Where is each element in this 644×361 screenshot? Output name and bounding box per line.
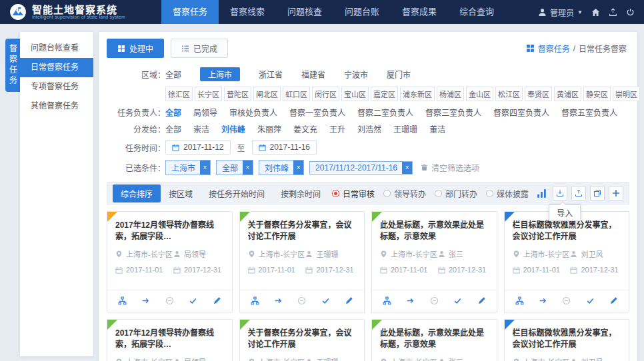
- type-radio[interactable]: 领导转办: [383, 188, 426, 199]
- assign-org-icon[interactable]: [251, 296, 259, 305]
- task-card[interactable]: 2017年12月领导转办督察线索，拓展字段… 上海市-长宁区 局领导 20: [107, 319, 233, 361]
- home-icon[interactable]: [591, 8, 600, 17]
- task-card[interactable]: 此处是标题，示意效果此处是标题，示意效果 上海市-长宁区 张三 2017-: [371, 211, 497, 312]
- remove-minus-icon[interactable]: [562, 296, 571, 305]
- logout-icon[interactable]: [626, 8, 635, 17]
- forward-arrow-icon[interactable]: [141, 296, 150, 305]
- edit-pencil-icon[interactable]: [477, 296, 486, 305]
- distribute-option[interactable]: 姜文充: [293, 123, 317, 135]
- edit-pencil-icon[interactable]: [345, 296, 353, 305]
- distribute-option[interactable]: 刘伟峰: [221, 123, 245, 135]
- task-card[interactable]: 栏目标题微软雅黑分发事宜，会议讨论工作开展 上海市-长宁区 刘卫风 201: [504, 211, 630, 312]
- district-option[interactable]: 虹口区: [283, 87, 310, 101]
- nav-item[interactable]: 督察成果: [391, 0, 448, 24]
- region-option[interactable]: 浙江省: [259, 69, 283, 80]
- remove-minus-icon[interactable]: [165, 296, 174, 305]
- sidebar-item[interactable]: 其他督察任务: [20, 97, 93, 116]
- copy-button[interactable]: [590, 186, 605, 200]
- tag-close-icon[interactable]: ×: [243, 161, 253, 175]
- sidebar-item[interactable]: 问题台帐查看: [20, 39, 93, 58]
- task-card[interactable]: 栏目标题微软雅黑分发事宜，会议讨论工作开展 上海市-长宁区 刘卫风 201: [504, 319, 630, 361]
- complete-check-icon[interactable]: [586, 296, 595, 305]
- region-option[interactable]: 上海市: [200, 67, 240, 81]
- distribute-option[interactable]: 王珊珊: [393, 123, 417, 135]
- selected-filter-tag[interactable]: 2017/11/12-2017/11-16 ×: [309, 161, 413, 175]
- owner-option[interactable]: 全部: [165, 107, 181, 118]
- task-card[interactable]: 此处是标题，示意效果此处是标题，示意效果 上海市-长宁区 张三 2017-: [371, 319, 497, 361]
- end-date-input[interactable]: 2017-11-16: [252, 140, 317, 155]
- task-card[interactable]: 关于督察任务分发事宜，会议讨论工作开展 上海市-长宁区 王珊珊 2017-: [239, 211, 365, 312]
- region-option[interactable]: 全部: [165, 69, 181, 80]
- district-option[interactable]: 崇明区: [613, 87, 640, 101]
- tag-close-icon[interactable]: ×: [293, 161, 303, 175]
- assign-org-icon[interactable]: [118, 296, 127, 305]
- district-option[interactable]: 闸北区: [253, 87, 281, 101]
- district-option[interactable]: 长宁区: [195, 87, 222, 101]
- sort-tab[interactable]: 按任务开始时间: [201, 184, 273, 202]
- edit-pencil-icon[interactable]: [213, 296, 221, 305]
- region-option[interactable]: 福建省: [301, 69, 325, 80]
- region-option[interactable]: 厦门市: [387, 69, 411, 80]
- tab-processing[interactable]: 处理中: [107, 39, 164, 58]
- type-radio[interactable]: 部门转办: [435, 188, 477, 199]
- vertical-tab-supervision-tasks[interactable]: 督察任务: [5, 39, 20, 92]
- district-option[interactable]: 浦东新区: [400, 87, 435, 101]
- complete-check-icon[interactable]: [321, 296, 330, 305]
- remove-minus-icon[interactable]: [430, 296, 439, 305]
- owner-option[interactable]: 督察五室负责人: [561, 107, 617, 118]
- forward-arrow-icon[interactable]: [539, 296, 547, 305]
- distribute-option[interactable]: 董洁: [429, 123, 445, 135]
- selected-filter-tag[interactable]: 上海市 ×: [165, 160, 211, 175]
- district-option[interactable]: 金山区: [466, 87, 493, 101]
- owner-option[interactable]: 审核处负责人: [229, 107, 277, 118]
- chart-icon[interactable]: [537, 188, 547, 198]
- complete-check-icon[interactable]: [189, 296, 197, 305]
- selected-filter-tag[interactable]: 刘伟峰 ×: [259, 160, 304, 175]
- distribute-option[interactable]: 王升: [329, 123, 345, 135]
- sort-tab[interactable]: 综合排序: [113, 184, 161, 202]
- nav-item[interactable]: 问题核查: [276, 0, 333, 24]
- forward-arrow-icon[interactable]: [274, 296, 283, 305]
- user-menu[interactable]: 管理员 ▼: [538, 7, 583, 18]
- clear-filters-button[interactable]: 清空筛选选项: [421, 162, 479, 173]
- tag-close-icon[interactable]: ×: [402, 162, 412, 174]
- district-option[interactable]: 松江区: [495, 87, 523, 101]
- export-button[interactable]: [571, 186, 586, 200]
- district-option[interactable]: 徐汇区: [165, 87, 193, 101]
- region-option[interactable]: 宁波市: [344, 69, 368, 80]
- complete-check-icon[interactable]: [453, 296, 462, 305]
- start-date-input[interactable]: 2017-11-12: [165, 140, 231, 155]
- district-option[interactable]: 普陀区: [224, 87, 251, 101]
- nav-item[interactable]: 督察任务: [161, 0, 219, 24]
- district-option[interactable]: 宝山区: [341, 87, 369, 101]
- sort-tab[interactable]: 按区域: [161, 184, 201, 202]
- add-task-button[interactable]: [609, 186, 623, 200]
- remove-minus-icon[interactable]: [297, 296, 306, 305]
- owner-option[interactable]: 督察四室负责人: [493, 107, 549, 118]
- owner-option[interactable]: 督察一室负责人: [289, 107, 345, 118]
- sidebar-item[interactable]: 日常督察任务: [20, 58, 93, 77]
- district-option[interactable]: 黄浦区: [554, 87, 581, 101]
- task-card[interactable]: 2017年12月领导转办督察线索，拓展字段… 上海市-长宁区 局领导 20: [107, 211, 233, 312]
- distribute-option[interactable]: 全部: [165, 123, 181, 135]
- assign-org-icon[interactable]: [515, 296, 524, 305]
- import-button[interactable]: 导入: [553, 186, 567, 200]
- district-option[interactable]: 杨浦区: [437, 87, 464, 101]
- sidebar-item[interactable]: 专项督察任务: [20, 77, 93, 97]
- type-radio[interactable]: 日常审核: [332, 188, 375, 199]
- nav-item[interactable]: 督察线索: [219, 0, 276, 24]
- distribute-option[interactable]: 朱丽萍: [257, 123, 281, 135]
- tab-done[interactable]: 已完成: [171, 39, 228, 58]
- nav-item[interactable]: 问题台账: [333, 0, 391, 24]
- distribute-option[interactable]: 崇洁: [193, 123, 209, 135]
- selected-filter-tag[interactable]: 全部 ×: [216, 160, 253, 175]
- edit-pencil-icon[interactable]: [609, 296, 618, 305]
- owner-option[interactable]: 督察三室负责人: [425, 107, 481, 118]
- forward-arrow-icon[interactable]: [406, 296, 415, 305]
- owner-option[interactable]: 局领导: [193, 107, 217, 118]
- owner-option[interactable]: 督察二室负责人: [357, 107, 413, 118]
- assign-org-icon[interactable]: [383, 296, 391, 305]
- sort-tab[interactable]: 按剩余时间: [273, 184, 329, 202]
- district-option[interactable]: 奉贤区: [525, 87, 552, 101]
- district-option[interactable]: 静安区: [583, 87, 611, 101]
